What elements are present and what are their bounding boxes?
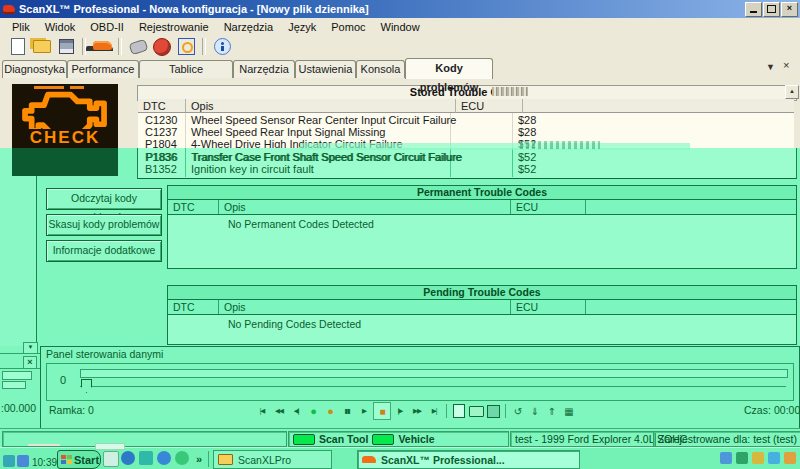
scroll-up-button[interactable]: ▲ bbox=[785, 85, 799, 99]
quick-launch-icon[interactable] bbox=[175, 451, 189, 465]
quick-launch-overflow[interactable]: » bbox=[196, 453, 202, 465]
menu-window[interactable]: Window bbox=[374, 20, 428, 34]
quick-launch-icon[interactable] bbox=[103, 451, 119, 467]
opis-cell: Wheel Speed Rear Input Signal Missing bbox=[191, 126, 385, 138]
window-fragment bbox=[2, 381, 26, 389]
col-opis[interactable]: Opis bbox=[219, 300, 511, 314]
time-value: 00:00 bbox=[774, 404, 800, 416]
close-button[interactable]: × bbox=[781, 2, 798, 17]
tab-narzedzia[interactable]: Narzędzia bbox=[233, 60, 295, 78]
col-dtc[interactable]: DTC bbox=[168, 200, 219, 214]
col-ecu[interactable]: ECU bbox=[456, 99, 523, 113]
record-button[interactable]: ● bbox=[305, 403, 321, 419]
dtc-cell: P1804 bbox=[145, 138, 177, 148]
step-forward-button[interactable]: |▶ bbox=[392, 403, 408, 419]
pause-button[interactable]: ▮▮ bbox=[339, 403, 355, 419]
stop-button[interactable]: ■ bbox=[373, 402, 391, 420]
tray-icon[interactable] bbox=[752, 452, 764, 464]
col-dtc[interactable]: DTC bbox=[168, 300, 219, 314]
col-ecu[interactable]: ECU bbox=[511, 200, 586, 214]
col-opis[interactable]: Opis bbox=[186, 99, 456, 113]
col-opis[interactable]: Opis bbox=[219, 200, 511, 214]
col-extra[interactable] bbox=[586, 200, 796, 214]
play-button[interactable]: ▶ bbox=[356, 403, 372, 419]
opis-cell: Wheel Speed Sensor Rear Center Input Cir… bbox=[191, 114, 456, 126]
tab-tablice-rozdzielcze[interactable]: Tablice rozdzielcze bbox=[139, 60, 233, 78]
menu-jezyk[interactable]: Język bbox=[281, 20, 324, 34]
check-engine-indicator: CHECK bbox=[12, 84, 118, 148]
restore-button[interactable] bbox=[763, 2, 780, 17]
tab-dropdown-icon[interactable]: ▼ bbox=[766, 62, 775, 73]
col-extra[interactable] bbox=[586, 300, 796, 314]
menu-obd2[interactable]: OBD-II bbox=[83, 20, 132, 34]
tab-close-icon[interactable]: × bbox=[783, 60, 789, 71]
save-log-button[interactable] bbox=[485, 403, 501, 419]
additional-info-button[interactable]: Informacje dodatkowe bbox=[46, 240, 162, 262]
jump-to-start-button[interactable]: |◀ bbox=[254, 403, 270, 419]
col-dtc[interactable]: DTC bbox=[138, 99, 186, 113]
table-row[interactable]: B1352 Ignition key in circuit fault $52 bbox=[138, 163, 794, 175]
menu-rejestrowanie[interactable]: Rejestrowanie bbox=[132, 20, 217, 34]
col-ecu[interactable]: ECU bbox=[511, 300, 586, 314]
tab-kody-problemow[interactable]: Kody problemów bbox=[405, 58, 493, 79]
tray-icon[interactable] bbox=[784, 452, 796, 464]
quick-launch-icon[interactable] bbox=[157, 451, 171, 465]
info-button[interactable] bbox=[210, 37, 234, 56]
window-edge-line bbox=[36, 148, 37, 346]
open-button[interactable] bbox=[30, 37, 54, 56]
close-icon[interactable]: × bbox=[23, 356, 37, 369]
minimize-button[interactable] bbox=[745, 2, 762, 17]
menu-plik[interactable]: Plik bbox=[5, 20, 38, 34]
pending-codes-group: Pending Trouble Codes DTC Opis ECU No Pe… bbox=[167, 285, 797, 345]
marker-button[interactable]: ● bbox=[322, 403, 338, 419]
quick-launch-icon[interactable] bbox=[139, 451, 153, 465]
fast-forward-button[interactable]: ▶▶ bbox=[409, 403, 425, 419]
tab-ustawienia[interactable]: Ustawienia bbox=[295, 60, 356, 78]
taskbar-button-scanxl[interactable]: ScanXL™ Professional... bbox=[357, 450, 580, 469]
read-codes-button[interactable]: Odczytaj kody problemów bbox=[46, 188, 162, 210]
status-cell-vehicle-info: test - 1999 Ford Explorer 4.0L SOHC bbox=[510, 431, 656, 447]
app-icon bbox=[3, 5, 15, 14]
upload-button[interactable]: ⇑ bbox=[544, 403, 560, 419]
table-row[interactable]: P1836 Transfer Case Front Shaft Speed Se… bbox=[138, 151, 794, 163]
step-back-button[interactable]: ◀| bbox=[288, 403, 304, 419]
connect-button[interactable] bbox=[150, 37, 174, 56]
connector-button[interactable] bbox=[126, 37, 150, 56]
rewind-button[interactable]: ◀◀ bbox=[271, 403, 287, 419]
pending-codes-header: DTC Opis ECU bbox=[168, 300, 796, 315]
tray-icon[interactable] bbox=[736, 452, 748, 464]
progress-bar[interactable] bbox=[80, 369, 788, 378]
tray-icon[interactable] bbox=[17, 455, 29, 467]
vehicle-button[interactable] bbox=[90, 37, 114, 56]
start-button[interactable]: Start bbox=[57, 450, 101, 469]
table-row[interactable]: C1237 Wheel Speed Rear Input Signal Miss… bbox=[138, 126, 794, 138]
new-file-button[interactable] bbox=[6, 37, 30, 56]
slider-thumb[interactable] bbox=[81, 379, 92, 393]
tab-diagnostyka[interactable]: Diagnostyka bbox=[2, 60, 67, 78]
tray-icon[interactable] bbox=[3, 455, 15, 467]
tab-konsola[interactable]: Konsola bbox=[356, 60, 405, 78]
table-row[interactable]: C1230 Wheel Speed Sensor Rear Center Inp… bbox=[138, 114, 794, 126]
save-button[interactable] bbox=[54, 37, 78, 56]
new-log-button[interactable] bbox=[451, 403, 467, 419]
clear-codes-button[interactable]: Skasuj kody problemów bbox=[46, 214, 162, 236]
undo-button[interactable]: ↺ bbox=[510, 403, 526, 419]
menu-narzedzia[interactable]: Narzędzia bbox=[217, 20, 282, 34]
taskbar-button-scanxlpro[interactable]: ScanXLPro bbox=[213, 450, 332, 469]
quick-launch-icon[interactable] bbox=[121, 451, 135, 465]
slider-track[interactable] bbox=[80, 386, 786, 387]
menu-pomoc[interactable]: Pomoc bbox=[324, 20, 373, 34]
open-log-button[interactable] bbox=[468, 403, 484, 419]
title-bar[interactable]: ScanXL™ Professional - Nowa konfiguracja… bbox=[0, 0, 800, 18]
tray-icon[interactable] bbox=[768, 452, 780, 464]
download-button[interactable]: ⇓ bbox=[527, 403, 543, 419]
dropdown-icon[interactable]: ▼ bbox=[23, 342, 38, 354]
tray-icon[interactable] bbox=[720, 452, 732, 464]
grid-button[interactable]: ▦ bbox=[561, 403, 577, 419]
jump-to-end-button[interactable]: ▶| bbox=[426, 403, 442, 419]
menu-widok[interactable]: Widok bbox=[38, 20, 84, 34]
dashboard-designer-button[interactable] bbox=[174, 37, 198, 56]
save-icon bbox=[487, 405, 500, 418]
col-extra[interactable] bbox=[523, 99, 794, 113]
tab-performance[interactable]: Performance bbox=[67, 60, 139, 78]
